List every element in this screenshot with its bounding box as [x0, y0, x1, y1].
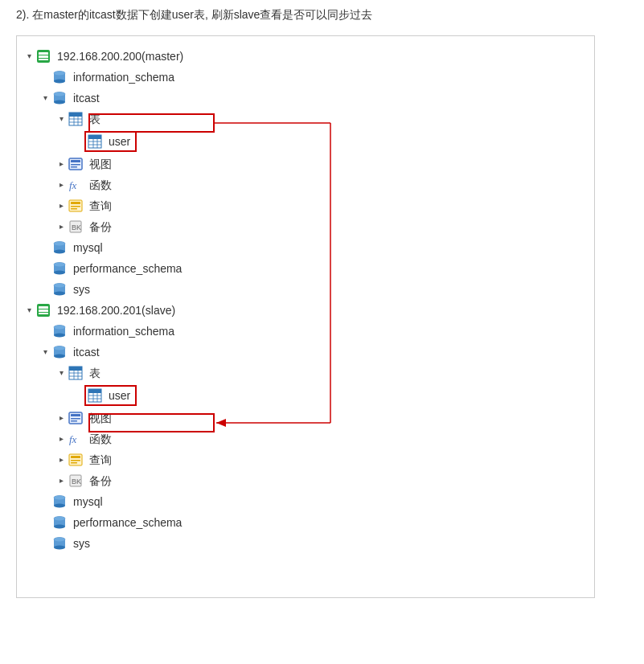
- master-backup-label: 备份: [89, 218, 112, 236]
- master-itcast-label: itcast: [73, 89, 100, 107]
- svg-rect-24: [39, 55, 48, 58]
- slave-user-highlight-box: user: [84, 385, 137, 406]
- slave-user-table-label: user: [109, 387, 130, 404]
- slave-func-label: 函数: [89, 430, 112, 448]
- master-table-folder-node[interactable]: ▾ 表: [23, 109, 588, 129]
- header-text: 2). 在master的itcast数据下创建user表, 刷新slave查看是…: [16, 8, 628, 23]
- slave-backup-node[interactable]: ▸ 备份: [23, 470, 588, 491]
- master-server-node[interactable]: ▾ 192.168.200.200(master): [23, 46, 588, 67]
- no-expand: ▸: [72, 390, 83, 401]
- no-expand: ▸: [39, 326, 51, 337]
- expand-chevron[interactable]: ▸: [55, 221, 67, 232]
- no-expand: ▸: [39, 538, 51, 549]
- master-sys-label: sys: [73, 281, 90, 298]
- master-func-node[interactable]: ▸ 函数: [23, 174, 588, 195]
- slave-query-node[interactable]: ▸ 查询: [23, 449, 588, 470]
- slave-perf-schema-node[interactable]: ▸ performance_schema: [23, 512, 588, 533]
- expand-chevron[interactable]: ▾: [23, 305, 35, 316]
- slave-sys-label: sys: [73, 535, 90, 552]
- no-expand: ▸: [72, 136, 83, 147]
- expand-chevron[interactable]: ▾: [55, 113, 67, 125]
- svg-rect-33: [39, 306, 48, 309]
- master-func-label: 函数: [89, 176, 112, 194]
- master-mysql-label: mysql: [73, 239, 103, 256]
- view-icon: [68, 157, 83, 171]
- table-folder-icon: [68, 112, 83, 126]
- no-expand: ▸: [39, 517, 51, 528]
- func-icon: [68, 432, 83, 446]
- db-icon: [52, 536, 67, 551]
- slave-view-label: 视图: [89, 409, 112, 427]
- db-icon: [52, 324, 67, 338]
- no-expand: ▸: [39, 263, 51, 274]
- expand-chevron[interactable]: ▸: [55, 200, 67, 211]
- slave-server-label: 192.168.200.201(slave): [57, 301, 175, 319]
- master-info-schema-label: information_schema: [73, 68, 174, 86]
- svg-rect-35: [39, 313, 48, 314]
- slave-server-node[interactable]: ▾ 192.168.200.201(slave): [23, 300, 588, 321]
- slave-itcast-label: itcast: [73, 343, 100, 361]
- master-perf-schema-node[interactable]: ▸ performance_schema: [23, 258, 588, 279]
- slave-info-schema-label: information_schema: [73, 322, 174, 340]
- slave-itcast-node[interactable]: ▾ itcast: [23, 342, 588, 363]
- master-perf-schema-label: performance_schema: [73, 260, 182, 277]
- svg-rect-23: [39, 52, 48, 55]
- slave-mysql-node[interactable]: ▸ mysql: [23, 491, 588, 512]
- backup-icon: [68, 219, 83, 234]
- expand-chevron[interactable]: ▸: [55, 179, 67, 191]
- no-expand: ▸: [39, 496, 51, 507]
- db-icon: [52, 345, 67, 359]
- expand-chevron[interactable]: ▸: [55, 433, 67, 445]
- expand-chevron[interactable]: ▸: [55, 158, 67, 170]
- db-icon: [52, 515, 67, 530]
- expand-chevron[interactable]: ▸: [55, 475, 67, 486]
- expand-chevron[interactable]: ▾: [39, 346, 51, 358]
- expand-chevron[interactable]: ▸: [55, 412, 67, 424]
- svg-rect-25: [39, 59, 48, 60]
- slave-user-table-node[interactable]: ▸ user: [23, 383, 588, 408]
- master-mysql-node[interactable]: ▸ mysql: [23, 237, 588, 258]
- db-icon: [52, 240, 67, 255]
- master-view-node[interactable]: ▸ 视图: [23, 154, 588, 174]
- expand-chevron[interactable]: ▾: [39, 92, 51, 104]
- master-server-label: 192.168.200.200(master): [57, 47, 183, 65]
- master-query-label: 查询: [89, 197, 112, 215]
- no-expand: ▸: [39, 284, 51, 295]
- slave-perf-schema-label: performance_schema: [73, 514, 182, 531]
- no-expand: ▸: [39, 242, 51, 253]
- master-itcast-node[interactable]: ▾ itcast: [23, 88, 588, 109]
- db-icon: [52, 70, 67, 84]
- expand-chevron[interactable]: ▾: [23, 51, 35, 62]
- backup-icon: [68, 473, 83, 488]
- expand-chevron[interactable]: ▾: [55, 367, 67, 379]
- db-icon: [52, 261, 67, 276]
- expand-chevron[interactable]: ▸: [55, 454, 67, 465]
- master-info-schema-node[interactable]: ▸ information_schema: [23, 67, 588, 88]
- master-view-label: 视图: [89, 155, 112, 173]
- svg-rect-34: [39, 309, 48, 312]
- table-icon: [88, 134, 102, 149]
- master-query-node[interactable]: ▸ 查询: [23, 195, 588, 216]
- slave-sys-node[interactable]: ▸ sys: [23, 533, 588, 554]
- slave-info-schema-node[interactable]: ▸ information_schema: [23, 321, 588, 342]
- master-sys-node[interactable]: ▸ sys: [23, 279, 588, 300]
- db-icon: [52, 282, 67, 297]
- master-user-table-node[interactable]: ▸ user: [23, 129, 588, 154]
- slave-table-folder-node[interactable]: ▾ 表: [23, 363, 588, 383]
- server-icon: [36, 49, 51, 64]
- query-icon: [68, 453, 83, 467]
- tree-container: ▾ 192.168.200.200(master) ▸ information_…: [16, 35, 595, 598]
- table-folder-icon: [68, 366, 83, 380]
- slave-view-node[interactable]: ▸ 视图: [23, 408, 588, 428]
- master-user-table-label: user: [109, 133, 130, 150]
- master-table-folder-label: 表: [89, 110, 100, 128]
- func-icon: [68, 178, 83, 192]
- slave-backup-label: 备份: [89, 472, 112, 490]
- master-backup-node[interactable]: ▸ 备份: [23, 216, 588, 237]
- slave-func-node[interactable]: ▸ 函数: [23, 428, 588, 449]
- view-icon: [68, 411, 83, 425]
- slave-mysql-label: mysql: [73, 493, 103, 510]
- query-icon: [68, 199, 83, 213]
- db-icon: [52, 494, 67, 509]
- master-user-highlight-box: user: [84, 131, 137, 152]
